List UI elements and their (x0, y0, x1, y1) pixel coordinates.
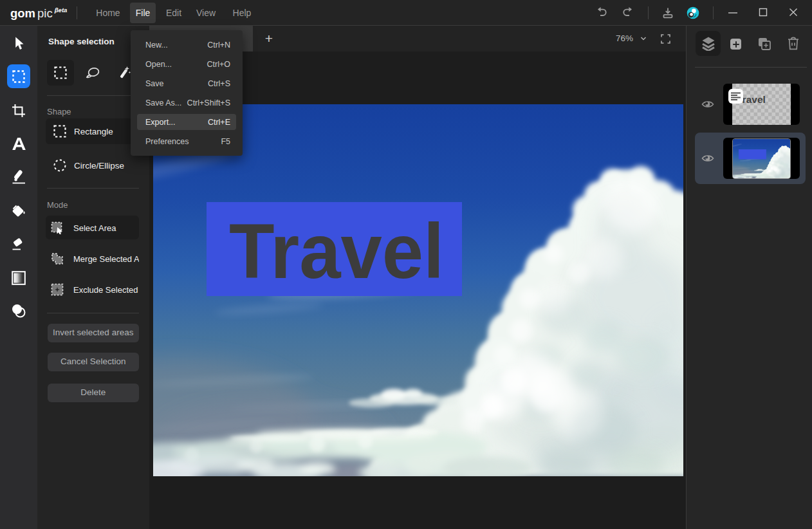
svg-text:Travel: Travel (229, 207, 444, 295)
